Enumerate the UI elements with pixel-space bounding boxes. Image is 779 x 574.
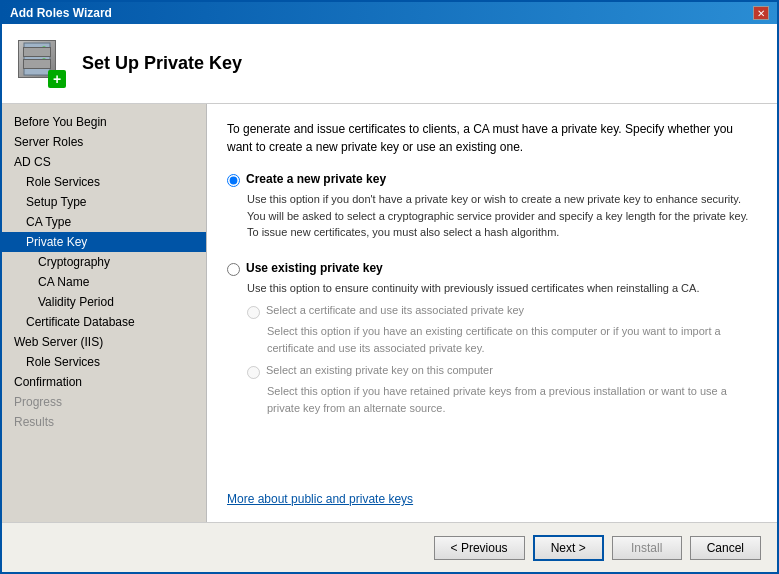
sidebar-item-before-you-begin[interactable]: Before You Begin — [2, 112, 206, 132]
more-link[interactable]: More about public and private keys — [227, 476, 757, 506]
sub-option-2-row: Select an existing private key on this c… — [247, 364, 757, 379]
existing-key-label: Use existing private key — [246, 261, 383, 275]
page-title: Set Up Private Key — [82, 53, 242, 74]
sidebar-item-progress: Progress — [2, 392, 206, 412]
sub-options: Select a certificate and use its associa… — [247, 304, 757, 416]
sidebar-item-certificate-database[interactable]: Certificate Database — [2, 312, 206, 332]
cert-desc: Select this option if you have an existi… — [267, 323, 757, 356]
sidebar-item-ca-type[interactable]: CA Type — [2, 212, 206, 232]
window-title: Add Roles Wizard — [10, 6, 112, 20]
sidebar-item-role-services[interactable]: Role Services — [2, 352, 206, 372]
sidebar-item-ca-name[interactable]: CA Name — [2, 272, 206, 292]
sub-option-1-row: Select a certificate and use its associa… — [247, 304, 757, 319]
sidebar-item-results: Results — [2, 412, 206, 432]
cancel-button[interactable]: Cancel — [690, 536, 761, 560]
add-icon: + — [48, 70, 66, 88]
svg-rect-0 — [24, 43, 50, 53]
existing-key-option: Use existing private key Use this option… — [227, 261, 757, 425]
existing-key-computer-label: Select an existing private key on this c… — [266, 364, 493, 376]
existing-key-radio-row[interactable]: Use existing private key — [227, 261, 757, 276]
new-key-label: Create a new private key — [246, 172, 386, 186]
sidebar: Before You BeginServer RolesAD CSRole Se… — [2, 104, 207, 522]
header-bar: + Set Up Private Key — [2, 24, 777, 104]
sidebar-item-ad-cs[interactable]: AD CS — [2, 152, 206, 172]
sidebar-item-server-roles[interactable]: Server Roles — [2, 132, 206, 152]
svg-point-4 — [42, 58, 46, 62]
sidebar-item-web-server-iis[interactable]: Web Server (IIS) — [2, 332, 206, 352]
title-bar: Add Roles Wizard ✕ — [2, 2, 777, 24]
new-key-radio[interactable] — [227, 174, 240, 187]
sidebar-item-validity-period[interactable]: Validity Period — [2, 292, 206, 312]
existing-key-radio[interactable] — [227, 263, 240, 276]
install-button[interactable]: Install — [612, 536, 682, 560]
next-button[interactable]: Next > — [533, 535, 604, 561]
new-key-option: Create a new private key Use this option… — [227, 172, 757, 249]
main-body: Before You BeginServer RolesAD CSRole Se… — [2, 104, 777, 522]
cert-label: Select a certificate and use its associa… — [266, 304, 524, 316]
svg-point-3 — [42, 46, 46, 50]
previous-button[interactable]: < Previous — [434, 536, 525, 560]
header-icon: + — [18, 40, 66, 88]
svg-rect-1 — [24, 55, 50, 65]
content-area: + Set Up Private Key Before You BeginSer… — [2, 24, 777, 572]
main-content: To generate and issue certificates to cl… — [207, 104, 777, 522]
new-key-radio-row[interactable]: Create a new private key — [227, 172, 757, 187]
existing-key-computer-desc: Select this option if you have retained … — [267, 383, 757, 416]
close-button[interactable]: ✕ — [753, 6, 769, 20]
existing-key-desc: Use this option to ensure continuity wit… — [247, 280, 757, 297]
sidebar-item-cryptography[interactable]: Cryptography — [2, 252, 206, 272]
svg-rect-2 — [24, 67, 50, 75]
new-key-desc: Use this option if you don't have a priv… — [247, 191, 757, 241]
existing-key-computer-radio — [247, 366, 260, 379]
sidebar-item-private-key[interactable]: Private Key — [2, 232, 206, 252]
sidebar-item-role-services[interactable]: Role Services — [2, 172, 206, 192]
sidebar-item-setup-type[interactable]: Setup Type — [2, 192, 206, 212]
sidebar-item-confirmation[interactable]: Confirmation — [2, 372, 206, 392]
add-roles-wizard-window: Add Roles Wizard ✕ + Set Up Private Key — [0, 0, 779, 574]
intro-text: To generate and issue certificates to cl… — [227, 120, 757, 156]
footer-bar: < Previous Next > Install Cancel — [2, 522, 777, 572]
cert-radio — [247, 306, 260, 319]
